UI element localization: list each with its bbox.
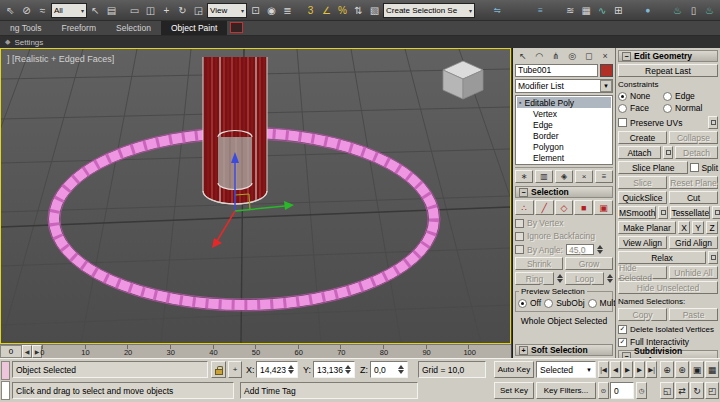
tessellate-settings-button[interactable] — [712, 206, 720, 219]
repeat-last-button[interactable]: Repeat Last — [618, 64, 718, 77]
set-key-button[interactable]: Set Key — [494, 382, 534, 399]
viewport-canvas[interactable]: ] [Realistic + Edged Faces] — [1, 49, 510, 343]
percent-snap-icon[interactable]: % — [335, 3, 350, 18]
constraint-face-radio[interactable] — [618, 104, 627, 113]
select-and-link-icon[interactable]: ⇖ — [3, 3, 18, 18]
current-frame-field[interactable]: 0 — [610, 382, 634, 399]
select-and-manipulate-icon[interactable]: ◉ — [264, 3, 279, 18]
shrink-button[interactable]: Shrink — [515, 257, 563, 270]
key-filters-button[interactable]: Key Filters... — [536, 382, 596, 399]
border-subobject-icon[interactable]: ◇ — [555, 200, 574, 215]
element-subobject-icon[interactable]: ▣ — [594, 200, 613, 215]
edit-named-selection-sets-icon[interactable]: ▧ — [367, 3, 382, 18]
schematic-view-icon[interactable]: ⊞ — [611, 3, 626, 18]
stack-item-vertex[interactable]: Vertex — [517, 108, 611, 119]
layer-manager-icon[interactable]: ≋ — [563, 3, 578, 18]
angle-snap-icon[interactable]: ∠ — [319, 3, 334, 18]
unlink-selection-icon[interactable]: ⊘ — [19, 3, 34, 18]
snaps-toggle-icon[interactable]: 3 — [303, 3, 318, 18]
maxscript-mini-listener[interactable] — [1, 381, 10, 400]
y-coordinate-field[interactable]: 13,136 — [313, 361, 355, 378]
x-coordinate-field[interactable]: 14,423 — [256, 361, 298, 378]
modify-tab-icon[interactable]: ◠ — [532, 49, 548, 62]
zoom-all-button[interactable]: ⊛ — [675, 361, 689, 378]
orbit-button[interactable]: ↻ — [690, 382, 704, 399]
selection-filter-dropdown[interactable]: All ▾ — [51, 3, 87, 18]
preview-subobj-radio[interactable] — [544, 299, 553, 308]
perspective-viewport[interactable]: ] [Realistic + Edged Faces] — [0, 48, 511, 344]
collapse-button[interactable]: Collapse — [669, 131, 718, 144]
utilities-tab-icon[interactable]: × — [598, 49, 614, 62]
rendered-frame-window-icon[interactable]: ▯ — [686, 3, 701, 18]
select-by-name-icon[interactable]: ▤ — [104, 3, 119, 18]
attach-button[interactable]: Attach — [618, 146, 661, 159]
motion-tab-icon[interactable]: ◎ — [565, 49, 581, 62]
preserve-uvs-checkbox[interactable] — [618, 118, 627, 127]
loop-spinner[interactable] — [606, 272, 613, 285]
edge-subobject-icon[interactable]: ╱ — [535, 200, 554, 215]
ribbon-minimize-button[interactable] — [230, 22, 243, 33]
zoom-region-button[interactable]: ◱ — [660, 382, 674, 399]
preview-multi-radio[interactable] — [588, 299, 597, 308]
reset-plane-button[interactable]: Reset Plane — [669, 176, 718, 189]
mirror-icon[interactable]: ⇋ — [476, 4, 518, 17]
stack-item-edge[interactable]: Edge — [517, 119, 611, 130]
timeline-track-bar[interactable]: 0 ◀ ▶ 0 10 20 30 40 50 60 70 80 90 100 — [0, 344, 511, 358]
ring-spinner[interactable] — [556, 272, 563, 285]
go-to-end-button[interactable]: ▶| — [646, 361, 657, 378]
use-pivot-center-icon[interactable]: ⊡ — [248, 3, 263, 18]
zoom-extents-all-button[interactable]: ▦ — [705, 361, 719, 378]
edit-geometry-rollout-header[interactable]: − Edit Geometry — [618, 50, 718, 62]
attach-settings-button[interactable] — [663, 146, 673, 159]
stack-item-editable-poly[interactable]: ▪ Editable Poly — [517, 97, 611, 108]
grid-align-button[interactable]: Grid Align — [669, 236, 718, 249]
split-checkbox[interactable] — [690, 163, 699, 172]
go-to-start-button[interactable]: |◀ — [598, 361, 609, 378]
configure-modifier-sets-icon[interactable]: ≡ — [595, 170, 613, 183]
viewport-label[interactable]: ] [Realistic + Edged Faces] — [7, 54, 114, 64]
detach-button[interactable]: Detach — [675, 146, 718, 159]
spinner-down-icon[interactable] — [597, 250, 603, 254]
stack-item-element[interactable]: Element — [517, 152, 611, 163]
align-icon[interactable]: ≡ — [519, 4, 561, 17]
maximize-viewport-toggle[interactable]: ◰ — [705, 382, 719, 399]
key-mode-toggle[interactable]: ⊙ — [598, 382, 609, 399]
render-production-icon[interactable]: ♨ — [702, 3, 717, 18]
ignore-backfacing-checkbox[interactable] — [515, 232, 524, 241]
show-end-result-icon[interactable]: ▥ — [535, 170, 553, 183]
timeline-ruler[interactable]: 0 10 20 30 40 50 60 70 80 90 100 — [42, 345, 511, 358]
selection-lock-toggle[interactable] — [211, 361, 226, 378]
x-spinner[interactable] — [287, 365, 294, 374]
auto-key-button[interactable]: Auto Key — [494, 361, 534, 378]
msmooth-button[interactable]: MSmooth — [618, 206, 656, 219]
previous-frame-button[interactable]: ◀ — [610, 361, 621, 378]
constraint-edge-radio[interactable] — [663, 92, 672, 101]
unhide-all-button[interactable]: Unhide All — [669, 266, 718, 279]
preview-off-radio[interactable] — [518, 299, 527, 308]
grow-button[interactable]: Grow — [565, 257, 613, 270]
zoom-tool-button[interactable]: ⊕ — [660, 361, 674, 378]
spinner-snap-icon[interactable]: ⇅ — [351, 3, 366, 18]
modifier-stack[interactable]: ▪ Editable Poly Vertex Edge Border Polyg… — [515, 95, 613, 165]
relax-settings-button[interactable] — [708, 251, 718, 264]
add-time-tag-field[interactable]: Add Time Tag — [240, 382, 418, 399]
reference-coordinate-dropdown[interactable]: View ▾ — [207, 3, 247, 18]
hide-unselected-button[interactable]: Hide Unselected — [618, 281, 718, 294]
loop-button[interactable]: Loop — [565, 272, 604, 285]
planar-x-button[interactable]: X — [678, 221, 690, 234]
remove-modifier-icon[interactable]: × — [575, 170, 593, 183]
spinner-up-icon[interactable] — [597, 245, 603, 249]
paste-button[interactable]: Paste — [669, 308, 718, 321]
z-coordinate-field[interactable]: 0,0 — [370, 361, 408, 378]
pin-stack-icon[interactable]: ∗ — [515, 170, 533, 183]
hierarchy-tab-icon[interactable]: ⋔ — [548, 49, 564, 62]
select-and-move-icon[interactable]: + — [159, 3, 174, 18]
stack-item-border[interactable]: Border — [517, 130, 611, 141]
tessellate-button[interactable]: Tessellate — [670, 206, 710, 219]
make-planar-button[interactable]: Make Planar — [618, 221, 676, 234]
polygon-subobject-icon[interactable]: ■ — [574, 200, 593, 215]
tab-modeling-tools[interactable]: ng Tools — [0, 21, 52, 35]
msmooth-settings-button[interactable] — [658, 206, 668, 219]
object-name-field[interactable]: Tube001 — [515, 64, 598, 77]
constraint-normal-radio[interactable] — [663, 104, 672, 113]
